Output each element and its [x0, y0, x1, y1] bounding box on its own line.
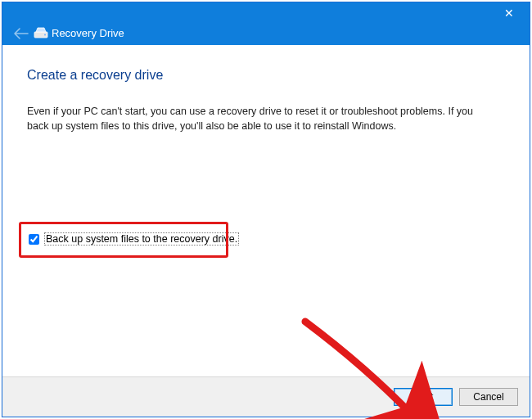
- page-description: Even if your PC can't start, you can use…: [27, 104, 485, 133]
- page-heading: Create a recovery drive: [27, 68, 505, 83]
- drive-icon: [34, 26, 48, 39]
- cancel-button[interactable]: Cancel: [459, 388, 518, 406]
- footer-button-bar: Next Cancel: [2, 376, 530, 417]
- window-title: Recovery Drive: [52, 27, 124, 39]
- close-icon: ✕: [504, 7, 514, 20]
- recovery-drive-window: ✕ Recovery Drive Create a recovery drive…: [2, 2, 530, 417]
- backup-checkbox-row[interactable]: Back up system files to the recovery dri…: [27, 232, 241, 246]
- svg-point-1: [44, 34, 46, 36]
- back-button[interactable]: [14, 28, 29, 39]
- titlebar: ✕ Recovery Drive: [2, 2, 530, 45]
- backup-checkbox[interactable]: [29, 234, 39, 245]
- close-button[interactable]: ✕: [497, 6, 521, 22]
- next-button[interactable]: Next: [394, 388, 453, 406]
- backup-checkbox-label: Back up system files to the recovery dri…: [44, 232, 239, 246]
- content-area: Create a recovery drive Even if your PC …: [2, 45, 530, 376]
